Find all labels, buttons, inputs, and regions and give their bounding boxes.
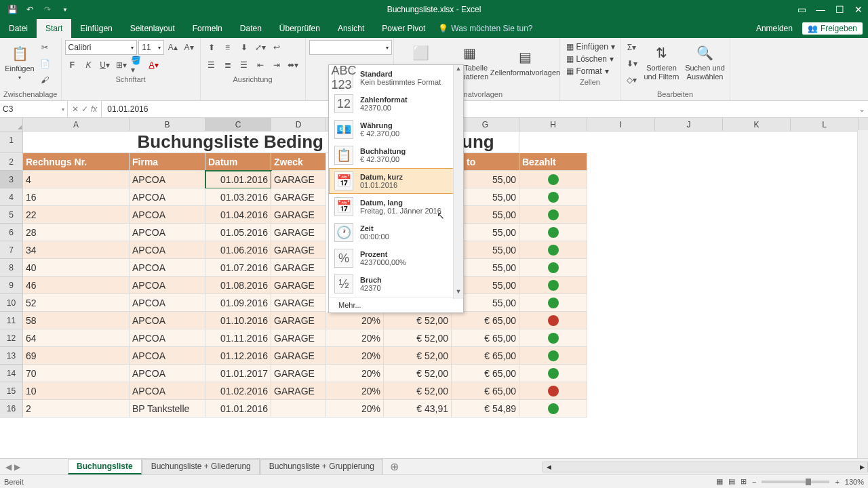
grow-font-icon[interactable]: A▴ [165,40,180,55]
row-header-9[interactable]: 9 [0,277,23,294]
border-icon[interactable]: ⊞▾ [114,58,129,73]
cell[interactable]: € 52,00 [384,347,452,365]
cell[interactable]: APCOA [130,206,205,224]
vertical-scrollbar[interactable] [857,130,868,458]
cell[interactable]: APCOA [130,329,205,347]
align-top-icon[interactable]: ⬆ [204,40,219,55]
cell[interactable]: GARAGE [271,294,326,312]
cell[interactable]: 01.07.2016 [205,259,271,277]
tab-einfügen[interactable]: Einfügen [71,19,121,38]
cell[interactable]: 20% [326,382,384,400]
header-H[interactable]: Bezahlt [519,153,587,171]
cell[interactable]: 34 [23,241,130,259]
cell[interactable]: APCOA [130,171,205,188]
col-header-A[interactable]: A [23,118,130,131]
font-size-combo[interactable]: 11▾ [138,40,164,55]
cell[interactable]: GARAGE [271,347,326,365]
cell[interactable]: 55,00 [464,294,519,312]
format-option-bruch[interactable]: ½Bruch42370 [329,271,463,297]
merge-icon[interactable]: ⬌▾ [285,58,300,73]
cell[interactable]: 20% [326,329,384,347]
cell[interactable]: APCOA [130,312,205,329]
row-header-13[interactable]: 13 [0,347,23,365]
cell[interactable]: 01.01.2016 [205,171,271,188]
number-format-combo[interactable]: ▾ [309,40,392,55]
col-header-D[interactable]: D [271,118,326,131]
format-option-standard[interactable]: ABC 123StandardKein bestimmtes Format [329,65,463,91]
format-option-datum-kurz[interactable]: 📅Datum, kurz01.01.2016 [329,168,463,194]
cell[interactable]: GARAGE [271,277,326,294]
row-header-2[interactable]: 2 [0,153,23,171]
row-header-12[interactable]: 12 [0,329,23,347]
row-header-5[interactable]: 5 [0,206,23,224]
cell[interactable]: APCOA [130,294,205,312]
formula-input[interactable]: 01.01.2016 [102,101,856,117]
cell[interactable]: GARAGE [271,171,326,188]
sign-in-link[interactable]: Anmelden [749,24,800,33]
cell[interactable]: GARAGE [271,241,326,259]
cell[interactable]: GARAGE [271,312,326,329]
header-D[interactable]: Zweck [271,153,326,171]
cell-paid[interactable] [519,241,587,259]
sheet-tab-0[interactable]: Buchungsliste [68,459,142,474]
align-bottom-icon[interactable]: ⬇ [237,40,252,55]
cell-paid[interactable] [519,171,587,188]
cell[interactable]: 01.05.2016 [205,224,271,241]
cell-paid[interactable] [519,277,587,294]
cell[interactable]: € 43,91 [384,400,452,418]
tab-start[interactable]: Start [37,19,71,38]
row-header-16[interactable]: 16 [0,400,23,418]
title-cell-left[interactable]: Buchungsliste Beding [23,131,326,153]
cell[interactable]: 64 [23,329,130,347]
cell[interactable]: € 65,00 [452,329,519,347]
cell[interactable]: 01.12.2016 [205,347,271,365]
cell[interactable]: 01.02.2016 [205,382,271,400]
cell[interactable]: 01.01.2016 [205,400,271,418]
paste-button[interactable]: 📋 Einfügen▾ [3,40,36,85]
cell[interactable]: 55,00 [464,259,519,277]
clear-icon[interactable]: ◇▾ [625,73,639,87]
cell[interactable]: GARAGE [271,259,326,277]
bold-button[interactable]: F [65,58,80,73]
horizontal-scrollbar[interactable]: ◀▶ [542,462,868,472]
delete-cells-button[interactable]: ▦ Löschen ▾ [564,54,617,64]
select-all-corner[interactable]: ◢ [0,118,23,131]
cell[interactable]: APCOA [130,259,205,277]
cell-styles-button[interactable]: ▤Zellenformatvorlagen [495,40,556,85]
zoom-out-icon[interactable]: − [752,478,756,486]
view-break-icon[interactable]: ⊞ [741,477,747,486]
cell[interactable]: 4 [23,171,130,188]
cell[interactable]: APCOA [130,241,205,259]
view-normal-icon[interactable]: ▦ [716,477,723,486]
sheet-tab-2[interactable]: Buchungsliste + Gruppierung [260,459,383,474]
cell[interactable]: € 65,00 [452,382,519,400]
cell[interactable]: 40 [23,259,130,277]
cell[interactable]: 2 [23,400,130,418]
format-option-zeit[interactable]: 🕐Zeit00:00:00 [329,220,463,245]
row-header-3[interactable]: 3 [0,171,23,188]
cell-paid[interactable] [519,188,587,206]
ribbon-options-icon[interactable]: ▭ [792,0,811,19]
cell[interactable]: GARAGE [271,224,326,241]
italic-button[interactable]: K [81,58,96,73]
cell[interactable]: 20% [326,400,384,418]
minimize-icon[interactable]: — [811,0,830,19]
tab-daten[interactable]: Daten [231,19,271,38]
cell[interactable]: GARAGE [271,188,326,206]
cell[interactable]: 55,00 [464,206,519,224]
cell[interactable]: € 65,00 [452,312,519,329]
close-icon[interactable]: ✕ [849,0,868,19]
cell[interactable]: 28 [23,224,130,241]
col-header-L[interactable]: L [791,118,859,131]
col-header-K[interactable]: K [723,118,791,131]
cell[interactable]: 01.11.2016 [205,329,271,347]
cell[interactable]: 55,00 [464,224,519,241]
cell[interactable]: 01.09.2016 [205,294,271,312]
align-middle-icon[interactable]: ≡ [220,40,235,55]
cancel-formula-icon[interactable]: ✕ [72,104,79,114]
cell-paid[interactable] [519,329,587,347]
cell[interactable]: € 65,00 [452,347,519,365]
align-right-icon[interactable]: ☰ [237,58,252,73]
maximize-icon[interactable]: ☐ [830,0,849,19]
format-option-datum-lang[interactable]: 📅Datum, langFreitag, 01. Jänner 2016 [329,194,463,220]
